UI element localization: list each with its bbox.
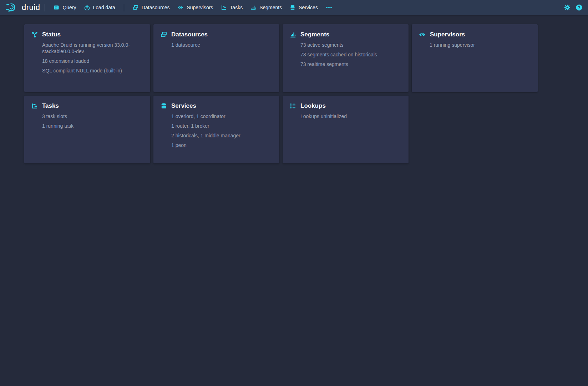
multi-select-icon <box>161 31 167 38</box>
status-line: 1 running supervisor <box>430 42 531 48</box>
status-card-grid: Status Apache Druid is running version 3… <box>24 24 538 163</box>
nav-item-label: Supervisors <box>187 5 213 10</box>
bar-chart-icon <box>250 5 256 10</box>
status-line: 1 peon <box>171 142 272 148</box>
nav-item-services[interactable]: Services <box>286 2 322 13</box>
card-supervisors[interactable]: Supervisors 1 running supervisor <box>412 24 538 92</box>
status-line: 1 overlord, 1 coordinator <box>171 113 272 120</box>
home-view: Status Apache Druid is running version 3… <box>0 15 588 163</box>
eye-icon <box>177 5 183 10</box>
status-line: Lookups uninitialized <box>300 113 401 120</box>
eye-icon <box>419 31 426 38</box>
top-navbar: druid Query Load data Da <box>0 0 588 15</box>
nav-item-query[interactable]: Query <box>50 2 80 13</box>
nav-item-supervisors[interactable]: Supervisors <box>173 2 217 13</box>
svg-text:?: ? <box>578 5 580 10</box>
status-line: 73 active segments <box>300 42 401 48</box>
status-line: 73 segments cached on historicals <box>300 51 401 58</box>
nav-item-label: Tasks <box>230 5 243 10</box>
card-tasks[interactable]: Tasks 3 task slots 1 running task <box>24 96 150 163</box>
card-title: Lookups <box>300 103 326 109</box>
upload-arrow-icon <box>84 5 90 10</box>
card-datasources[interactable]: Datasources 1 datasource <box>153 24 279 92</box>
nav-divider <box>124 4 124 11</box>
help-icon: ? <box>576 4 582 11</box>
nav-item-load-data[interactable]: Load data <box>80 2 119 13</box>
status-line: 1 router, 1 broker <box>171 123 272 129</box>
list-icon <box>290 103 296 109</box>
database-icon <box>161 103 167 109</box>
more-dots-icon <box>326 5 332 10</box>
nav-divider <box>45 4 45 11</box>
card-title: Supervisors <box>430 31 465 38</box>
gantt-chart-icon <box>221 5 227 10</box>
card-title: Services <box>171 103 196 109</box>
logo-wordmark: druid <box>22 3 40 12</box>
status-line: 18 extensions loaded <box>42 58 143 64</box>
settings-button[interactable] <box>564 4 571 11</box>
gear-icon <box>564 4 571 11</box>
status-line: 73 realtime segments <box>300 61 401 67</box>
bar-chart-icon <box>290 31 296 38</box>
status-line: SQL compliant NULL mode (built-in) <box>42 67 143 74</box>
card-status[interactable]: Status Apache Druid is running version 3… <box>24 24 150 92</box>
card-segments[interactable]: Segments 73 active segments 73 segments … <box>283 24 409 92</box>
nav-item-tasks[interactable]: Tasks <box>217 2 247 13</box>
card-lookups[interactable]: Lookups Lookups uninitialized <box>283 96 409 163</box>
status-line: 1 running task <box>42 123 143 129</box>
nav-item-label: Load data <box>93 5 115 10</box>
status-line: 2 historicals, 1 middle manager <box>171 132 272 139</box>
card-title: Segments <box>300 31 329 38</box>
card-title: Tasks <box>42 103 59 109</box>
card-title: Datasources <box>171 31 208 38</box>
nav-item-label: Query <box>62 5 76 10</box>
card-title: Status <box>42 31 61 38</box>
help-button[interactable]: ? <box>576 4 582 11</box>
card-services[interactable]: Services 1 overlord, 1 coordinator 1 rou… <box>153 96 279 163</box>
nav-more-button[interactable] <box>322 2 336 13</box>
multi-select-icon <box>133 5 138 10</box>
nav-item-segments[interactable]: Segments <box>247 2 286 13</box>
nav-item-label: Services <box>299 5 318 10</box>
druid-logo[interactable]: druid <box>6 2 40 13</box>
gantt-chart-icon <box>31 103 38 109</box>
nav-item-label: Segments <box>259 5 282 10</box>
nav-item-datasources[interactable]: Datasources <box>129 2 174 13</box>
status-line: 3 task slots <box>42 113 143 120</box>
database-icon <box>290 5 295 10</box>
query-console-icon <box>54 5 59 10</box>
graph-icon <box>31 31 38 38</box>
status-line: Apache Druid is running version 33.0.0-s… <box>42 42 143 55</box>
druid-logo-icon <box>6 2 19 13</box>
nav-item-label: Datasources <box>142 5 170 10</box>
status-line: 1 datasource <box>171 42 272 48</box>
